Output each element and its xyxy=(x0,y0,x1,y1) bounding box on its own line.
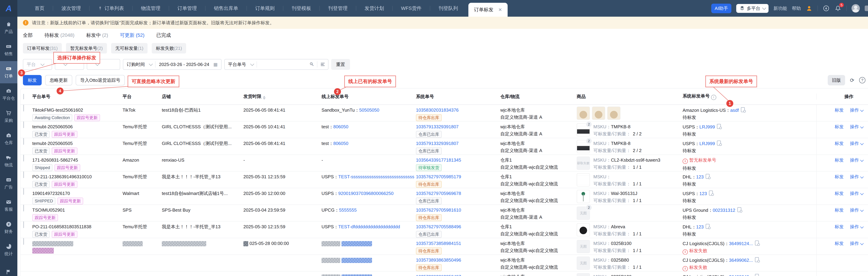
nav-item[interactable]: 订单规则 xyxy=(247,5,283,12)
new-features-link[interactable]: 新功能 xyxy=(773,5,787,11)
close-tab-icon[interactable]: ✕ xyxy=(498,7,502,12)
product-thumbnail[interactable] xyxy=(577,106,590,120)
sidebar-item-物流[interactable]: 物流 xyxy=(0,150,18,172)
actions-dropdown[interactable]: 操作 xyxy=(850,191,863,196)
mark-link[interactable]: 标发 xyxy=(835,174,844,179)
label-document-icon[interactable] xyxy=(741,107,746,113)
mark-link[interactable]: 标发 xyxy=(835,224,844,229)
help-circle-icon[interactable]: ? xyxy=(859,77,865,83)
system-label-link[interactable]: 123 xyxy=(696,174,704,180)
mark-link[interactable]: 标发 xyxy=(835,141,844,146)
chip-标发失败[interactable]: 标发失败(21) xyxy=(152,43,186,54)
row-checkbox[interactable] xyxy=(23,238,24,245)
label-document-icon[interactable] xyxy=(706,224,711,229)
nav-item[interactable]: 刊登管理 xyxy=(320,5,356,12)
product-thumbnail[interactable]: 无图2 xyxy=(577,207,590,220)
actions-dropdown[interactable]: 操作 xyxy=(850,208,863,213)
system-label-link[interactable]: 123 xyxy=(700,191,707,196)
system-order-link[interactable]: 103576279705981610 xyxy=(416,208,461,213)
product-thumbnail[interactable]: 获取失败 xyxy=(577,157,590,170)
label-status-select[interactable] xyxy=(87,59,120,70)
tab-待标发[interactable]: 待标发 (2048) xyxy=(44,32,74,38)
nav-item[interactable]: 物流管理 xyxy=(133,5,169,12)
system-label-link[interactable]: 36499062... xyxy=(729,257,753,263)
platform-order-no[interactable]: TiktokFMG-test25061602 xyxy=(32,107,118,113)
label-document-icon[interactable] xyxy=(709,191,714,196)
system-order-link[interactable]: 103573893863850497 xyxy=(416,274,461,276)
multi-platform-selector[interactable]: 多平台 xyxy=(736,4,769,13)
sidebar-item-财务[interactable]: ¥财务 xyxy=(0,217,18,239)
platform-order-no[interactable]: TSOIMU052901 xyxy=(32,207,118,213)
search-input[interactable] xyxy=(257,59,307,69)
product-thumbnail[interactable] xyxy=(577,223,590,237)
nav-item[interactable]: 波次管理 xyxy=(53,5,89,12)
platform-order-no[interactable]: 171-8260831-5862745 xyxy=(32,157,118,163)
product-thumbnail[interactable]: 2 xyxy=(577,140,590,153)
row-checkbox[interactable] xyxy=(23,122,24,128)
platform-order-no[interactable]: temubt-2025060505 xyxy=(32,141,118,146)
product-thumbnail[interactable] xyxy=(577,190,590,203)
system-order-link[interactable]: 10357913329391807 xyxy=(416,124,459,129)
refresh-icon[interactable]: ⟳ xyxy=(850,77,854,83)
system-label-link[interactable]: 002331312 xyxy=(713,208,735,213)
nav-item[interactable]: 首页 xyxy=(26,5,53,12)
product-thumbnail[interactable] xyxy=(607,106,620,120)
actions-dropdown[interactable]: 操作 xyxy=(850,241,863,246)
reset-button[interactable]: 重置 xyxy=(331,59,350,70)
mark-dispatch-button[interactable]: 标发 xyxy=(23,75,42,85)
label-document-icon[interactable] xyxy=(738,207,742,212)
sidebar-item-销售[interactable]: SEL销售 xyxy=(0,39,18,61)
actions-dropdown[interactable]: 操作 xyxy=(850,157,863,163)
sidebar-item-客服[interactable]: 客服 xyxy=(0,194,18,217)
nav-item[interactable]: 发货计划 xyxy=(356,5,392,12)
chip-订单可标发[interactable]: 订单可标发(31) xyxy=(23,43,62,54)
search-field-select[interactable]: 平台单号 xyxy=(225,59,256,69)
label-document-icon[interactable] xyxy=(755,274,760,276)
row-checkbox[interactable] xyxy=(23,172,24,178)
notifications-bell-icon[interactable]: 5 xyxy=(835,5,841,12)
row-checkbox[interactable] xyxy=(23,188,24,195)
product-thumbnail[interactable]: 2 xyxy=(577,123,590,136)
store-select[interactable] xyxy=(55,59,84,70)
sort-icon[interactable] xyxy=(263,96,266,100)
system-label-link[interactable]: LRJ999 xyxy=(700,141,715,146)
online-tracking-link[interactable]: 806050 xyxy=(333,141,348,146)
info-icon[interactable]: i xyxy=(711,95,716,100)
product-thumbnail[interactable]: 无图 xyxy=(577,256,590,270)
online-tracking-link[interactable]: 9200190370396800066250 xyxy=(338,191,394,196)
platform-order-no[interactable]: 109014972326170 xyxy=(32,191,118,196)
system-order-link[interactable]: 103573893863850496 xyxy=(416,257,461,263)
support-agent-icon[interactable] xyxy=(806,5,813,12)
download-icon[interactable] xyxy=(823,5,830,12)
platform-select[interactable]: 平台 xyxy=(23,59,52,70)
actions-dropdown[interactable]: 操作 xyxy=(850,141,863,146)
sidebar-item-统计[interactable]: 统计 xyxy=(0,239,18,261)
platform-order-no[interactable]: PO-211-01685831803511838 xyxy=(32,224,118,229)
help-link[interactable]: 帮助 xyxy=(792,5,801,11)
system-order-link[interactable]: 103576279705588496 xyxy=(416,224,461,229)
mark-link[interactable]: 标发 xyxy=(835,241,844,246)
mark-link[interactable]: 标发 xyxy=(835,108,844,113)
product-thumbnail[interactable]: 无图 xyxy=(577,240,590,253)
sidebar-item-more[interactable] xyxy=(0,261,18,276)
tab-标发中[interactable]: 标发中 (2) xyxy=(86,32,108,38)
chip-无可标发量[interactable]: 无可标发量(1) xyxy=(111,43,148,54)
actions-dropdown[interactable]: 操作 xyxy=(850,174,863,179)
platform-order-no[interactable]: temubt-2025060506 xyxy=(32,124,118,129)
ai-assistant-button[interactable]: AI助手 xyxy=(711,4,732,13)
system-order-link[interactable]: 103576279705969678 xyxy=(416,191,461,196)
online-tracking-link[interactable]: TEST-ssssssssssssssssssssssssssss xyxy=(338,174,414,179)
system-order-link[interactable]: 103573573858984151 xyxy=(416,241,461,246)
actions-dropdown[interactable]: 操作 xyxy=(850,124,863,129)
sidebar-item-订单[interactable]: SEL订单 xyxy=(0,61,18,83)
mark-link[interactable]: 标发 xyxy=(835,124,844,129)
ignore-update-button[interactable]: 忽略更新 xyxy=(45,75,72,85)
sidebar-item-平台仓[interactable]: 平台仓 xyxy=(0,83,18,105)
row-checkbox[interactable] xyxy=(23,205,24,211)
online-tracking-link[interactable]: 806050 xyxy=(333,124,348,129)
search-icon[interactable]: 🔍︎ xyxy=(307,62,317,67)
select-all-checkbox[interactable] xyxy=(23,94,24,99)
system-order-link[interactable]: 103564339177181345 xyxy=(416,157,461,163)
tab-已完成[interactable]: 已完成 xyxy=(156,32,171,38)
label-document-icon[interactable] xyxy=(755,241,760,246)
